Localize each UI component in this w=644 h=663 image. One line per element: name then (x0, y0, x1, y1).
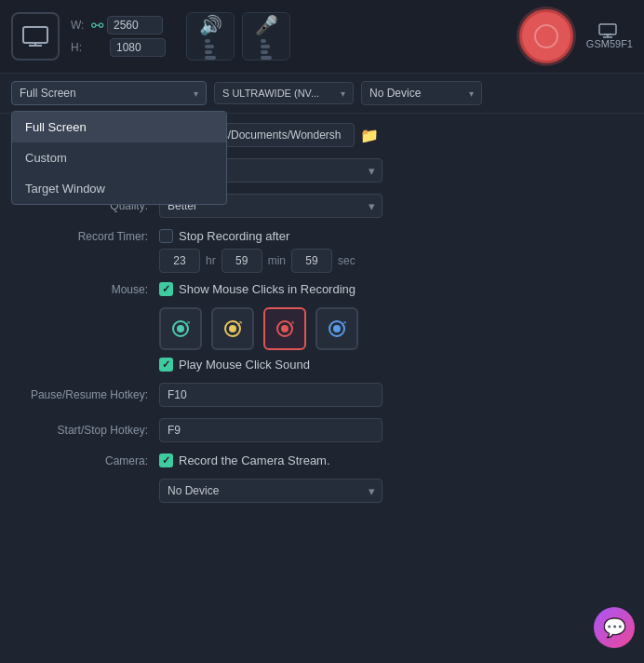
svg-text:↗: ↗ (184, 319, 191, 328)
camera-device-select-wrapper: No Device (159, 479, 382, 503)
height-row: H: (71, 38, 166, 57)
popup-item-targetwindow[interactable]: Target Window (12, 173, 226, 204)
mouse-label: Mouse: (15, 283, 159, 296)
svg-point-9 (177, 325, 184, 332)
screen-icon (11, 12, 60, 61)
start-stop-hotkey-input[interactable] (159, 418, 382, 442)
show-mouse-checkbox[interactable]: ✓ (159, 282, 173, 296)
record-button-inner (534, 24, 558, 48)
popup-item-fullscreen[interactable]: Full Screen (12, 112, 226, 142)
mic-icon: 🎤 (255, 14, 278, 36)
svg-point-15 (281, 325, 288, 332)
svg-text:↗: ↗ (341, 319, 347, 328)
audio-dropdown[interactable]: No Device ▾ (361, 81, 482, 105)
record-timer-label: Record Timer: (15, 230, 159, 243)
camera-checkbox[interactable]: ✓ (159, 453, 173, 467)
pause-hotkey-label: Pause/Resume Hotkey: (15, 388, 159, 401)
camera-checkbox-row: ✓ Record the Camera Stream. (159, 453, 330, 467)
svg-text:↗: ↗ (288, 319, 295, 328)
height-label: H: (71, 41, 87, 54)
min-unit: min (268, 254, 286, 267)
camera-check: ✓ (162, 454, 170, 467)
start-stop-hotkey-label: Start/Stop Hotkey: (15, 424, 159, 437)
record-timer-row: Record Timer: Stop Recording after (15, 229, 629, 243)
pause-hotkey-input[interactable] (159, 383, 382, 407)
dropdown-row: Full Screen ▾ S ULTRAWIDE (NV... ▾ No De… (0, 74, 644, 114)
source-dropdown-popup: Full Screen Custom Target Window (11, 111, 227, 205)
chat-button[interactable]: 💬 (594, 607, 635, 648)
source-dropdown-chevron: ▾ (194, 88, 198, 99)
monitor-dropdown-chevron: ▾ (341, 88, 345, 99)
hr-unit: hr (206, 254, 216, 267)
width-row: W: ⚯ (71, 16, 166, 34)
start-stop-hotkey-row: Start/Stop Hotkey: (15, 418, 629, 442)
source-dropdown[interactable]: Full Screen ▾ (11, 81, 207, 105)
monitor-dropdown-value: S ULTRAWIDE (NV... (222, 88, 319, 99)
stop-recording-checkbox[interactable] (159, 229, 173, 243)
height-input[interactable] (110, 38, 166, 57)
cursor-4-svg: ↗ (324, 316, 350, 342)
sec-unit: sec (338, 254, 356, 267)
play-sound-row: ✓ Play Mouse Click Sound (15, 358, 629, 372)
cursor-style-2[interactable]: ↗ (211, 307, 254, 350)
timer-row: Stop Recording after (159, 229, 289, 243)
top-bar: W: ⚯ H: 🔊 🎤 GSM59F1 (0, 0, 644, 74)
show-mouse-label: Show Mouse Clicks in Recording (179, 282, 356, 296)
camera-row: Camera: ✓ Record the Camera Stream. (15, 453, 629, 467)
svg-point-18 (333, 325, 341, 332)
monitor-info: GSM59F1 (583, 23, 633, 49)
mic-button[interactable]: 🎤 (242, 12, 290, 61)
play-sound-label: Play Mouse Click Sound (179, 358, 310, 372)
camera-device-select[interactable]: No Device (159, 479, 382, 503)
cursor-3-svg: ↗ (272, 316, 298, 342)
monitor-dropdown[interactable]: S ULTRAWIDE (NV... ▾ (214, 82, 354, 104)
cursor-style-4[interactable]: ↗ (315, 307, 358, 350)
speaker-button[interactable]: 🔊 (186, 12, 235, 61)
check-mark: ✓ (162, 283, 170, 295)
stop-recording-label: Stop Recording after (179, 229, 289, 243)
chat-icon: 💬 (603, 616, 626, 639)
cursor-icons-row: ↗ ↗ ↗ ↗ (159, 307, 629, 350)
width-input[interactable] (107, 16, 163, 34)
folder-icon[interactable]: 📁 (360, 127, 379, 144)
record-button[interactable] (519, 9, 573, 63)
dimensions-box: W: ⚯ H: (71, 16, 166, 57)
popup-item-custom[interactable]: Custom (12, 142, 226, 173)
speaker-icon: 🔊 (199, 14, 222, 36)
link-icon[interactable]: ⚯ (91, 17, 103, 34)
play-sound-checkbox[interactable]: ✓ (159, 358, 173, 372)
pause-hotkey-row: Pause/Resume Hotkey: (15, 383, 629, 407)
cursor-style-3[interactable]: ↗ (263, 307, 306, 350)
timer-values-row: hr min sec (15, 249, 629, 273)
camera-device-row: No Device (15, 479, 629, 503)
cursor-style-1[interactable]: ↗ (159, 307, 202, 350)
svg-rect-4 (599, 24, 616, 34)
mic-bars (261, 39, 272, 60)
camera-label: Camera: (15, 454, 159, 467)
width-label: W: (71, 19, 87, 32)
show-mouse-clicks-row: ✓ Show Mouse Clicks in Recording (159, 282, 356, 296)
audio-dropdown-chevron: ▾ (469, 88, 474, 99)
cursor-2-svg: ↗ (220, 316, 246, 342)
play-sound-checkbox-row: ✓ Play Mouse Click Sound (159, 358, 310, 372)
monitor-icon (598, 23, 617, 38)
audio-dropdown-value: No Device (369, 87, 421, 100)
timer-hr-input[interactable] (159, 249, 200, 273)
play-sound-check: ✓ (162, 359, 170, 371)
timer-sec-input[interactable] (291, 249, 332, 273)
mouse-row: Mouse: ✓ Show Mouse Clicks in Recording (15, 282, 629, 296)
monitor-label: GSM59F1 (586, 38, 633, 49)
svg-rect-0 (23, 27, 47, 43)
audio-bars (205, 39, 216, 60)
timer-min-input[interactable] (221, 249, 262, 273)
record-camera-label: Record the Camera Stream. (179, 453, 330, 467)
cursor-1-svg: ↗ (168, 316, 194, 342)
svg-point-12 (229, 325, 236, 332)
timer-inputs: hr min sec (159, 249, 356, 273)
source-dropdown-value: Full Screen (20, 87, 76, 100)
svg-text:↗: ↗ (236, 319, 243, 328)
